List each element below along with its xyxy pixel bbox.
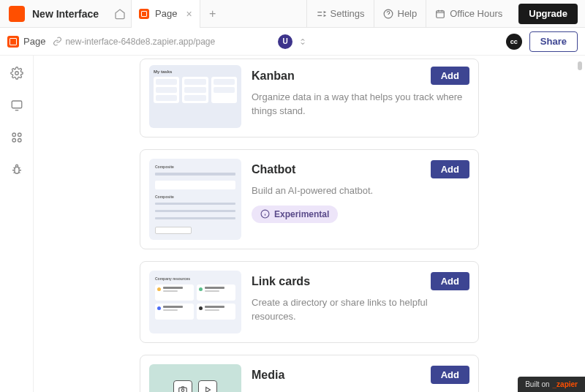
page-chip-icon [7,36,19,48]
home-button[interactable] [109,3,131,25]
card-title: Kanban [252,69,295,83]
grid-icon[interactable] [10,130,24,145]
card-title: Chatbot [252,163,295,176]
svg-point-2 [15,72,18,75]
preview-kanban: My tasks [149,65,241,128]
cc-badge[interactable]: cc [506,34,522,50]
camera-icon [173,380,192,392]
card-title: Media [252,369,284,382]
display-icon[interactable] [10,98,24,113]
card-description: Create a directory or share links to hel… [252,296,469,324]
bug-icon[interactable] [10,162,24,177]
card-description: Build an AI-powered chatbot. [252,184,469,198]
help-icon [383,9,393,19]
app-logo [9,6,25,22]
svg-point-4 [12,133,16,137]
topbar: New Interface Page × + Settings Help Off… [0,0,585,28]
svg-point-7 [18,139,21,143]
component-card-chatbot: Composite Composite Chatbot Add Build an… [140,149,479,249]
preview-linkcards: Company resources [149,271,241,333]
component-card-kanban: My tasks Kanban Add Organize data in a w… [140,59,479,137]
preview-media [149,364,241,392]
avatar: U [278,34,292,49]
svg-point-6 [12,139,16,143]
add-button[interactable]: Add [431,272,469,290]
card-description: Organize data in a way that helps you tr… [252,91,469,118]
tab-label: Page [155,8,177,19]
page-chip-label: Page [23,36,45,47]
project-name: New Interface [32,8,99,20]
home-icon [114,8,126,20]
gear-icon[interactable] [10,66,24,80]
office-hours-button[interactable]: Office Hours [426,0,511,28]
page-icon [139,9,149,19]
page-url[interactable]: new-interface-648de8.zapier.app/page [53,37,215,47]
preview-chatbot: Composite Composite [149,159,241,240]
card-title: Link cards [252,275,310,288]
sort-icon [298,37,307,46]
tab-page[interactable]: Page × [131,0,200,28]
experimental-badge: Experimental [252,206,338,223]
svg-rect-3 [12,101,22,108]
secondbar: Page new-interface-648de8.zapier.app/pag… [0,28,585,56]
component-card-link-cards: Company resources Link cards Add Create … [140,261,479,343]
settings-icon [316,9,326,19]
info-icon [260,209,270,219]
calendar-icon [435,9,445,19]
component-card-media: Media Add Add an image, video or logo to… [140,355,479,392]
body: My tasks Kanban Add Organize data in a w… [0,56,585,392]
add-button[interactable]: Add [431,160,469,178]
svg-point-5 [18,133,21,137]
help-button[interactable]: Help [374,0,426,28]
settings-button[interactable]: Settings [306,0,374,28]
svg-point-11 [181,389,184,392]
upgrade-button[interactable]: Upgrade [518,4,578,24]
svg-rect-8 [15,167,19,173]
share-button[interactable]: Share [529,31,578,52]
link-icon [53,37,62,46]
content-panel: My tasks Kanban Add Organize data in a w… [34,56,585,392]
play-icon [198,380,217,392]
svg-marker-12 [206,388,211,393]
add-tab-button[interactable]: + [200,7,225,20]
user-switcher[interactable]: U [278,34,307,49]
add-button[interactable]: Add [431,67,469,85]
add-button[interactable]: Add [431,366,469,384]
component-list: My tasks Kanban Add Organize data in a w… [140,56,479,392]
built-on-badge[interactable]: Built on _zapier [518,377,585,392]
scrollbar[interactable] [578,61,582,70]
sidebar [0,56,34,392]
svg-rect-1 [437,10,445,17]
close-icon[interactable]: × [183,8,192,20]
